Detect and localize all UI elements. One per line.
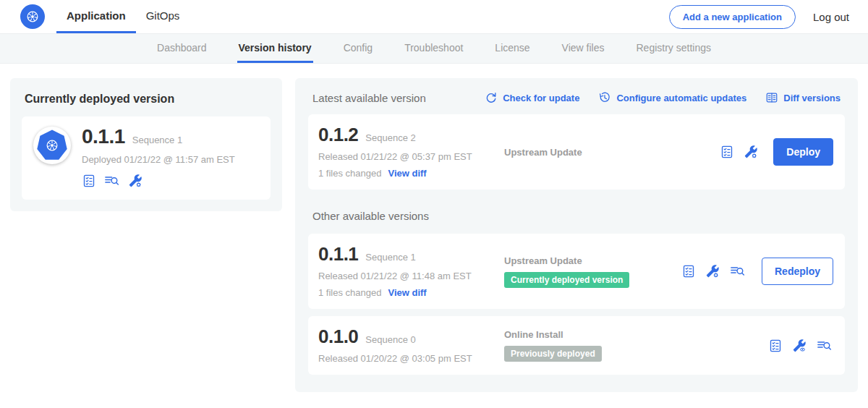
view-logs-icon[interactable] bbox=[729, 264, 746, 279]
version-actions: Check for update Configure automatic upd… bbox=[485, 91, 841, 104]
header-right: Add a new application Log out bbox=[669, 5, 849, 29]
add-application-button[interactable]: Add a new application bbox=[669, 5, 796, 29]
redeploy-button[interactable]: Redeploy bbox=[762, 258, 833, 285]
configure-automatic-updates-link[interactable]: Configure automatic updates bbox=[598, 91, 746, 104]
files-changed-label: 1 files changed bbox=[318, 168, 381, 179]
check-for-update-label: Check for update bbox=[503, 93, 579, 103]
deploy-button[interactable]: Deploy bbox=[773, 138, 833, 166]
subnav-view-files[interactable]: View files bbox=[561, 34, 606, 63]
version-source-label: Upstream Update bbox=[504, 255, 681, 266]
currently-deployed-panel: Currently deployed version 0.1.1 Sequenc… bbox=[10, 78, 282, 211]
version-card-0-1-1: 0.1.1 Sequence 1 Released 01/21/22 @ 11:… bbox=[308, 234, 845, 309]
preflight-checks-icon[interactable] bbox=[82, 174, 96, 188]
view-config-icon[interactable] bbox=[792, 339, 807, 353]
configure-automatic-updates-label: Configure automatic updates bbox=[616, 93, 746, 103]
sequence-label: Sequence 1 bbox=[365, 252, 415, 263]
sequence-label: Sequence 0 bbox=[365, 334, 415, 345]
kubernetes-wheel-icon bbox=[25, 9, 40, 24]
latest-available-title: Latest available version bbox=[312, 92, 426, 104]
version-number: 0.1.1 bbox=[318, 245, 358, 263]
app-header: Application GitOps Add a new application… bbox=[0, 0, 868, 34]
deployed-version-number: 0.1.1 bbox=[82, 127, 125, 147]
kubernetes-heptagon-logo bbox=[35, 129, 69, 162]
config-icon[interactable] bbox=[705, 264, 720, 279]
available-versions-panel: Latest available version Check for updat… bbox=[295, 78, 858, 392]
preflight-checks-icon[interactable] bbox=[681, 264, 696, 279]
schedule-update-icon bbox=[598, 91, 611, 104]
version-source-label: Upstream Update bbox=[504, 147, 720, 158]
config-icon[interactable] bbox=[128, 174, 142, 188]
app-subnav: Dashboard Version history Config Trouble… bbox=[0, 34, 868, 64]
refresh-icon bbox=[485, 91, 498, 104]
released-timestamp: Released 01/21/22 @ 05:37 pm EST bbox=[318, 151, 504, 162]
preflight-checks-icon[interactable] bbox=[768, 339, 783, 353]
subnav-registry-settings[interactable]: Registry settings bbox=[635, 34, 712, 63]
view-diff-link[interactable]: View diff bbox=[388, 287, 426, 298]
logout-link[interactable]: Log out bbox=[813, 11, 849, 23]
diff-versions-label: Diff versions bbox=[783, 93, 841, 103]
main-content: Currently deployed version 0.1.1 Sequenc… bbox=[0, 64, 868, 407]
app-logo-badge bbox=[33, 127, 71, 164]
check-for-update-link[interactable]: Check for update bbox=[485, 91, 579, 104]
diff-versions-link[interactable]: Diff versions bbox=[765, 91, 841, 104]
config-icon[interactable] bbox=[744, 145, 758, 159]
version-number: 0.1.0 bbox=[318, 327, 358, 346]
deployed-sequence-label: Sequence 1 bbox=[132, 135, 182, 145]
currently-deployed-card: 0.1.1 Sequence 1 Deployed 01/21/22 @ 11:… bbox=[22, 116, 271, 200]
deployed-timestamp: Deployed 01/21/22 @ 11:57 am EST bbox=[82, 154, 235, 165]
preflight-checks-icon[interactable] bbox=[720, 145, 734, 159]
version-card-0-1-2: 0.1.2 Sequence 2 Released 01/21/22 @ 05:… bbox=[308, 114, 845, 190]
kubernetes-wheel-icon bbox=[43, 138, 61, 153]
kubernetes-logo bbox=[20, 4, 45, 29]
version-card-0-1-0: 0.1.0 Sequence 0 Released 01/20/22 @ 03:… bbox=[308, 316, 845, 375]
view-logs-icon[interactable] bbox=[816, 339, 833, 353]
view-diff-link[interactable]: View diff bbox=[388, 168, 426, 179]
released-timestamp: Released 01/20/22 @ 03:05 pm EST bbox=[318, 353, 504, 364]
other-available-versions-title: Other available versions bbox=[312, 210, 841, 222]
currently-deployed-badge: Currently deployed version bbox=[504, 272, 629, 288]
currently-deployed-title: Currently deployed version bbox=[25, 93, 271, 106]
subnav-dashboard[interactable]: Dashboard bbox=[156, 34, 208, 63]
version-number: 0.1.2 bbox=[318, 125, 358, 144]
tab-gitops[interactable]: GitOps bbox=[136, 0, 190, 33]
tab-application[interactable]: Application bbox=[56, 0, 136, 33]
version-source-label: Online Install bbox=[504, 329, 768, 340]
files-changed-label: 1 files changed bbox=[318, 287, 381, 298]
subnav-version-history[interactable]: Version history bbox=[237, 34, 313, 63]
sequence-label: Sequence 2 bbox=[365, 132, 415, 143]
previously-deployed-badge: Previously deployed bbox=[504, 346, 602, 362]
subnav-troubleshoot[interactable]: Troubleshoot bbox=[403, 34, 464, 63]
diff-icon bbox=[765, 91, 778, 104]
subnav-license[interactable]: License bbox=[493, 34, 531, 63]
header-tabs: Application GitOps bbox=[56, 0, 190, 33]
released-timestamp: Released 01/21/22 @ 11:48 am EST bbox=[318, 271, 504, 281]
view-logs-icon[interactable] bbox=[103, 174, 121, 188]
subnav-config[interactable]: Config bbox=[342, 34, 374, 63]
